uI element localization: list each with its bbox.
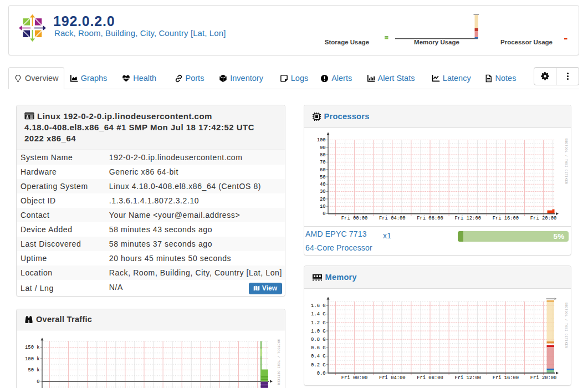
svg-text:10: 10 xyxy=(319,204,325,210)
svg-text:1.0 G: 1.0 G xyxy=(311,328,325,334)
svg-text:0: 0 xyxy=(323,211,325,217)
svg-text:1.4 G: 1.4 G xyxy=(311,312,325,317)
svg-text:0: 0 xyxy=(37,379,39,384)
svg-text:70: 70 xyxy=(319,160,325,165)
svg-text:80: 80 xyxy=(319,152,325,158)
svg-text:40: 40 xyxy=(319,182,325,187)
svg-text:Fri 12:00: Fri 12:00 xyxy=(454,375,481,380)
svg-text:0.0: 0.0 xyxy=(316,370,325,376)
svg-text:100 k: 100 k xyxy=(25,356,39,361)
svg-text:50: 50 xyxy=(319,175,325,180)
svg-text:50 k: 50 k xyxy=(28,367,39,373)
svg-text:150 k: 150 k xyxy=(25,345,39,350)
svg-text:0.6 G: 0.6 G xyxy=(311,345,325,351)
svg-text:Fri 12:00: Fri 12:00 xyxy=(454,216,481,221)
svg-text:Fri 00:00: Fri 00:00 xyxy=(341,375,367,380)
svg-text:Fri 04:00: Fri 04:00 xyxy=(379,375,406,380)
svg-text:90: 90 xyxy=(319,145,325,151)
svg-text:Fri 08:00: Fri 08:00 xyxy=(417,375,443,380)
svg-text:1.2 G: 1.2 G xyxy=(311,320,325,325)
svg-text:RRDTOOL / TOBI OETIKER: RRDTOOL / TOBI OETIKER xyxy=(277,339,280,385)
svg-text:0.2 G: 0.2 G xyxy=(311,362,325,367)
svg-text:30: 30 xyxy=(319,189,325,195)
svg-text:60: 60 xyxy=(319,167,325,173)
svg-text:1.6 G: 1.6 G xyxy=(311,303,325,309)
svg-text:Fri 20:00: Fri 20:00 xyxy=(530,216,556,221)
svg-text:100: 100 xyxy=(316,137,325,143)
svg-text:Fri 00:00: Fri 00:00 xyxy=(341,216,367,221)
svg-text:0.4 G: 0.4 G xyxy=(311,354,325,359)
svg-text:RRDTOOL / TOBI OETIKER: RRDTOOL / TOBI OETIKER xyxy=(564,139,568,185)
svg-text:Fri 04:00: Fri 04:00 xyxy=(379,216,406,221)
svg-text:RRDTOOL / TOBI OETIKER: RRDTOOL / TOBI OETIKER xyxy=(564,302,568,348)
svg-text:Fri 16:00: Fri 16:00 xyxy=(492,375,519,380)
svg-text:Fri 08:00: Fri 08:00 xyxy=(417,216,443,221)
svg-text:20: 20 xyxy=(319,197,325,202)
svg-text:Fri 20:00: Fri 20:00 xyxy=(530,375,556,380)
svg-text:Fri 16:00: Fri 16:00 xyxy=(492,216,519,221)
svg-text:0.8 G: 0.8 G xyxy=(311,337,325,343)
